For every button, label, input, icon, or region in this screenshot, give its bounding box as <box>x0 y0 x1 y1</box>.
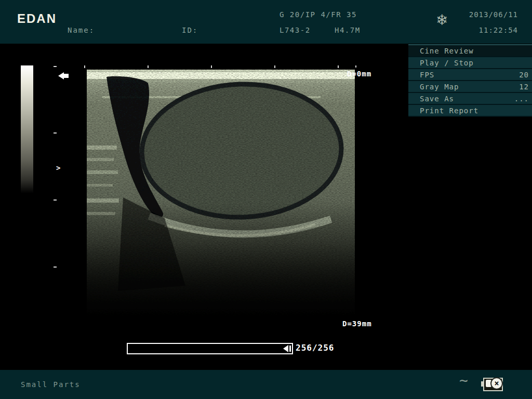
ultrasound-image <box>87 68 355 334</box>
gain-ip-framerate-readout: G 20/IP 4/FR 35 <box>280 10 357 19</box>
menu-item-play-stop[interactable]: Play / Stop <box>408 57 532 69</box>
cine-position-marker[interactable] <box>283 345 291 352</box>
menu-item-gray-map[interactable]: Gray Map 12 <box>408 81 532 93</box>
system-time: 11:22:54 <box>479 26 518 34</box>
battery-x-badge: × <box>490 377 503 390</box>
patient-name-label: Name: <box>68 26 95 34</box>
header-bar: EDAN Name: ID: G 20/IP 4/FR 35 L743-2 H4… <box>0 0 532 44</box>
system-date: 2013/06/11 <box>469 10 518 19</box>
exam-mode-label: Small Parts <box>21 380 81 389</box>
ruler-tick <box>211 65 212 68</box>
ruler-tick <box>84 65 85 68</box>
menu-item-label: Play / Stop <box>408 59 529 67</box>
ruler-tick <box>54 66 57 67</box>
menu-item-label: Cine Review <box>408 47 529 55</box>
ruler-tick <box>54 132 57 134</box>
frame-counter: 256/256 <box>296 343 334 353</box>
menu-item-fps[interactable]: FPS 20 <box>408 69 532 81</box>
menu-item-label: FPS <box>408 71 519 79</box>
probe-model-readout: L743-2 <box>280 26 311 34</box>
focus-marker-icon: > <box>56 164 60 172</box>
depth-bottom-readout: D=39mm <box>342 320 372 328</box>
soft-menu: Cine Review Play / Stop FPS 20 Gray Map … <box>408 44 532 117</box>
ruler-tick <box>274 65 275 68</box>
menu-item-print-report[interactable]: Print Report <box>408 105 532 117</box>
ruler-tick <box>338 65 339 68</box>
edan-logo: EDAN <box>17 11 57 26</box>
menu-item-save-as[interactable]: Save As ... <box>408 93 532 105</box>
patient-id-label: ID: <box>182 26 198 34</box>
menu-item-label: Gray Map <box>408 83 519 91</box>
ruler-tick <box>54 200 57 201</box>
depth-top-readout: D=0mm <box>347 70 371 78</box>
ruler-tick <box>355 65 356 68</box>
wave-icon: ~ <box>459 372 468 389</box>
frequency-readout: H4.7M <box>335 26 361 34</box>
grayscale-bar <box>21 65 33 193</box>
orientation-arrow-icon <box>58 72 69 79</box>
menu-item-label: Save As <box>408 95 514 103</box>
ruler-tick <box>54 267 57 268</box>
menu-item-cine-review[interactable]: Cine Review <box>408 45 532 57</box>
ruler-tick <box>148 65 149 68</box>
menu-item-label: Print Report <box>408 107 529 115</box>
battery-error-icon: × <box>481 378 503 390</box>
freeze-icon: ❄ <box>436 11 448 29</box>
menu-item-value: 20 <box>519 71 532 79</box>
cine-scrollbar[interactable] <box>127 343 293 354</box>
footer-bar: Small Parts ~ × <box>0 370 532 399</box>
menu-item-value: 12 <box>519 83 532 91</box>
menu-item-value: ... <box>514 95 532 103</box>
